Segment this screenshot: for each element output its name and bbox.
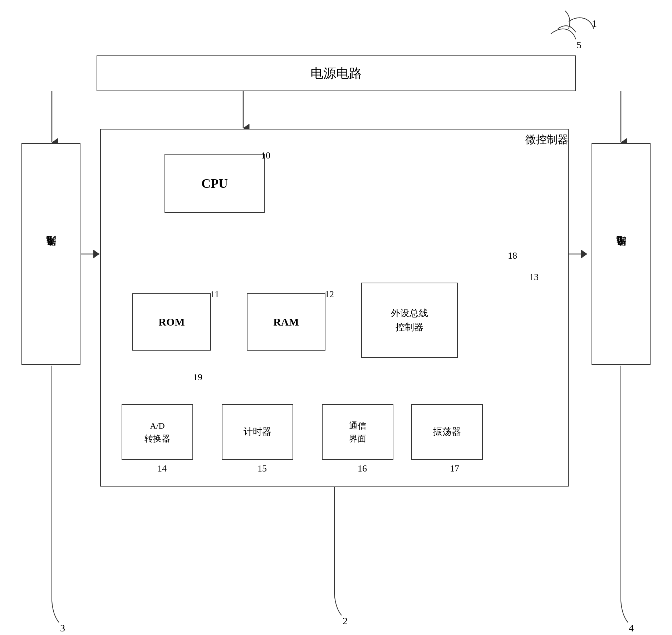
pbc-box: 外设总线控制器: [361, 283, 458, 358]
ref-12: 12: [325, 289, 334, 300]
ref-15: 15: [257, 463, 267, 474]
pbc-label: 外设总线控制器: [391, 306, 428, 334]
power-circuit-label: 电源电路: [310, 65, 362, 82]
ref-5: 5: [577, 39, 582, 51]
output-circuit-box: 输出电路: [592, 143, 651, 365]
ref-16: 16: [358, 463, 367, 474]
ad-label: A/D转换器: [144, 419, 170, 445]
ref-14: 14: [157, 463, 167, 474]
ref-1: 1: [592, 18, 597, 29]
power-circuit-box: 电源电路: [97, 55, 576, 91]
ref-19: 19: [193, 372, 202, 383]
rom-box: ROM: [132, 293, 211, 351]
ref-11: 11: [210, 289, 219, 300]
input-circuit-box: 输入电路: [21, 143, 80, 365]
ram-label: RAM: [273, 316, 299, 328]
timer-box: 计时器: [222, 404, 293, 460]
timer-label: 计时器: [244, 425, 271, 438]
ref-18: 18: [508, 250, 517, 261]
ref-4: 4: [629, 622, 634, 634]
cpu-box: CPU: [165, 154, 265, 213]
osc-box: 振荡器: [411, 404, 483, 460]
ram-box: RAM: [247, 293, 325, 351]
ref-17: 17: [450, 463, 459, 474]
rom-label: ROM: [158, 316, 185, 328]
ref-2: 2: [343, 615, 348, 627]
ref-10: 10: [261, 150, 270, 161]
osc-label: 振荡器: [433, 425, 461, 438]
ad-box: A/D转换器: [122, 404, 193, 460]
mcu-label: 微控制器: [525, 132, 568, 147]
cpu-label: CPU: [201, 176, 228, 191]
ref-13: 13: [529, 272, 539, 283]
comm-box: 通信界面: [322, 404, 393, 460]
diagram: 电源电路 输入电路 输出电路 微控制器 CPU ROM RAM 外设总线控制器 …: [0, 0, 672, 635]
comm-label: 通信界面: [349, 419, 366, 445]
ref-3: 3: [60, 622, 65, 634]
